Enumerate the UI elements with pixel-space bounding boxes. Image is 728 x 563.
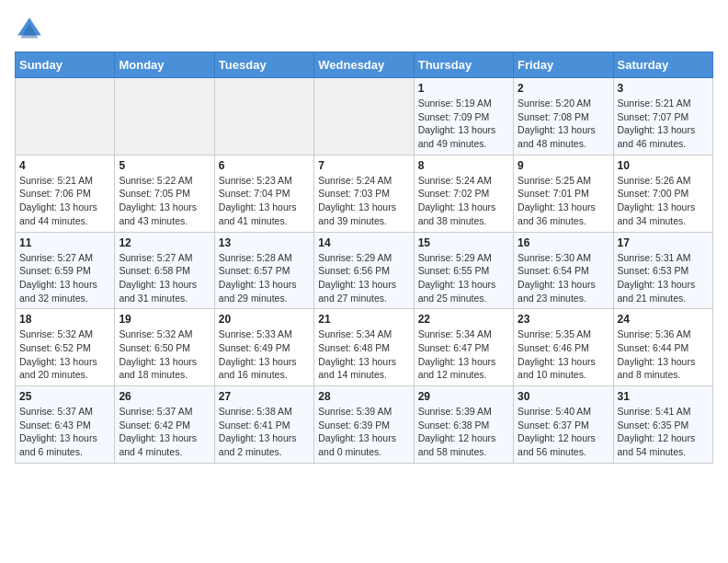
day-number: 24 [618,313,709,326]
calendar-cell: 13Sunrise: 5:28 AMSunset: 6:57 PMDayligh… [214,232,313,309]
day-number: 25 [19,390,110,403]
calendar-week-row: 4Sunrise: 5:21 AMSunset: 7:06 PMDaylight… [16,155,713,232]
header-saturday: Saturday [613,52,712,78]
day-number: 5 [119,159,210,172]
day-number: 8 [418,159,509,172]
day-number: 15 [418,236,509,249]
calendar-cell: 27Sunrise: 5:38 AMSunset: 6:41 PMDayligh… [214,386,313,464]
calendar-cell: 3Sunrise: 5:21 AMSunset: 7:07 PMDaylight… [613,78,712,155]
day-info: Sunrise: 5:21 AMSunset: 7:06 PMDaylight:… [19,174,110,228]
day-number: 29 [418,390,509,403]
calendar-cell: 23Sunrise: 5:35 AMSunset: 6:46 PMDayligh… [514,309,613,386]
day-number: 28 [318,390,409,403]
day-info: Sunrise: 5:41 AMSunset: 6:35 PMDaylight:… [618,405,709,459]
calendar-cell: 21Sunrise: 5:34 AMSunset: 6:48 PMDayligh… [314,309,414,386]
calendar-cell: 26Sunrise: 5:37 AMSunset: 6:42 PMDayligh… [115,386,214,464]
day-info: Sunrise: 5:28 AMSunset: 6:57 PMDaylight:… [219,251,310,305]
calendar-cell: 31Sunrise: 5:41 AMSunset: 6:35 PMDayligh… [613,386,712,464]
day-info: Sunrise: 5:24 AMSunset: 7:02 PMDaylight:… [418,174,509,228]
header-friday: Friday [514,52,613,78]
day-number: 10 [618,159,709,172]
day-info: Sunrise: 5:32 AMSunset: 6:52 PMDaylight:… [19,327,110,382]
calendar-cell: 10Sunrise: 5:26 AMSunset: 7:00 PMDayligh… [613,155,712,232]
calendar-cell: 14Sunrise: 5:29 AMSunset: 6:56 PMDayligh… [314,232,414,309]
day-number: 27 [219,390,310,403]
day-info: Sunrise: 5:27 AMSunset: 6:59 PMDaylight:… [19,251,110,305]
day-info: Sunrise: 5:39 AMSunset: 6:38 PMDaylight:… [418,405,509,459]
calendar-header-row: SundayMondayTuesdayWednesdayThursdayFrid… [16,52,713,78]
day-info: Sunrise: 5:36 AMSunset: 6:44 PMDaylight:… [618,327,709,382]
calendar-cell: 22Sunrise: 5:34 AMSunset: 6:47 PMDayligh… [414,309,513,386]
day-number: 13 [219,236,310,249]
calendar-cell: 24Sunrise: 5:36 AMSunset: 6:44 PMDayligh… [613,309,712,386]
day-number: 4 [19,159,110,172]
calendar-cell: 8Sunrise: 5:24 AMSunset: 7:02 PMDaylight… [414,155,513,232]
day-info: Sunrise: 5:32 AMSunset: 6:50 PMDaylight:… [119,327,210,382]
day-info: Sunrise: 5:33 AMSunset: 6:49 PMDaylight:… [219,327,310,382]
day-number: 14 [318,236,409,249]
calendar-cell: 15Sunrise: 5:29 AMSunset: 6:55 PMDayligh… [414,232,513,309]
header-wednesday: Wednesday [314,52,414,78]
day-info: Sunrise: 5:30 AMSunset: 6:54 PMDaylight:… [518,251,609,305]
calendar-week-row: 18Sunrise: 5:32 AMSunset: 6:52 PMDayligh… [16,309,713,386]
calendar-week-row: 25Sunrise: 5:37 AMSunset: 6:43 PMDayligh… [16,386,713,464]
calendar-cell: 2Sunrise: 5:20 AMSunset: 7:08 PMDaylight… [514,78,613,155]
day-info: Sunrise: 5:25 AMSunset: 7:01 PMDaylight:… [518,174,609,228]
day-info: Sunrise: 5:38 AMSunset: 6:41 PMDaylight:… [219,405,310,459]
day-info: Sunrise: 5:29 AMSunset: 6:56 PMDaylight:… [318,251,409,305]
calendar-cell: 18Sunrise: 5:32 AMSunset: 6:52 PMDayligh… [16,309,115,386]
day-number: 7 [318,159,409,172]
calendar-week-row: 11Sunrise: 5:27 AMSunset: 6:59 PMDayligh… [16,232,713,309]
day-number: 22 [418,313,509,326]
calendar-cell [115,78,214,155]
calendar-cell [16,78,115,155]
calendar-cell: 30Sunrise: 5:40 AMSunset: 6:37 PMDayligh… [514,386,613,464]
day-info: Sunrise: 5:26 AMSunset: 7:00 PMDaylight:… [618,174,709,228]
day-number: 20 [219,313,310,326]
header-sunday: Sunday [16,52,115,78]
calendar-cell: 19Sunrise: 5:32 AMSunset: 6:50 PMDayligh… [115,309,214,386]
calendar-cell: 12Sunrise: 5:27 AMSunset: 6:58 PMDayligh… [115,232,214,309]
logo-icon [15,15,44,44]
day-info: Sunrise: 5:20 AMSunset: 7:08 PMDaylight:… [518,97,609,151]
calendar-cell: 9Sunrise: 5:25 AMSunset: 7:01 PMDaylight… [514,155,613,232]
calendar-cell: 29Sunrise: 5:39 AMSunset: 6:38 PMDayligh… [414,386,513,464]
calendar-cell: 5Sunrise: 5:22 AMSunset: 7:05 PMDaylight… [115,155,214,232]
day-number: 30 [518,390,609,403]
day-number: 19 [119,313,210,326]
header-tuesday: Tuesday [214,52,313,78]
day-info: Sunrise: 5:19 AMSunset: 7:09 PMDaylight:… [418,97,509,151]
calendar-cell: 17Sunrise: 5:31 AMSunset: 6:53 PMDayligh… [613,232,712,309]
day-info: Sunrise: 5:24 AMSunset: 7:03 PMDaylight:… [318,174,409,228]
calendar-cell [314,78,414,155]
day-number: 17 [618,236,709,249]
day-number: 26 [119,390,210,403]
header-thursday: Thursday [414,52,513,78]
day-number: 23 [518,313,609,326]
day-info: Sunrise: 5:21 AMSunset: 7:07 PMDaylight:… [618,97,709,151]
day-info: Sunrise: 5:35 AMSunset: 6:46 PMDaylight:… [518,327,609,382]
calendar-cell: 16Sunrise: 5:30 AMSunset: 6:54 PMDayligh… [514,232,613,309]
day-number: 9 [518,159,609,172]
day-info: Sunrise: 5:34 AMSunset: 6:48 PMDaylight:… [318,327,409,382]
calendar-cell: 7Sunrise: 5:24 AMSunset: 7:03 PMDaylight… [314,155,414,232]
day-info: Sunrise: 5:22 AMSunset: 7:05 PMDaylight:… [119,174,210,228]
day-number: 31 [618,390,709,403]
calendar-cell: 20Sunrise: 5:33 AMSunset: 6:49 PMDayligh… [214,309,313,386]
day-number: 16 [518,236,609,249]
day-number: 1 [418,82,509,95]
day-info: Sunrise: 5:37 AMSunset: 6:42 PMDaylight:… [119,405,210,459]
logo [15,15,48,44]
calendar-cell: 4Sunrise: 5:21 AMSunset: 7:06 PMDaylight… [16,155,115,232]
day-number: 11 [19,236,110,249]
day-info: Sunrise: 5:40 AMSunset: 6:37 PMDaylight:… [518,405,609,459]
day-number: 21 [318,313,409,326]
day-number: 18 [19,313,110,326]
calendar-week-row: 1Sunrise: 5:19 AMSunset: 7:09 PMDaylight… [16,78,713,155]
day-number: 2 [518,82,609,95]
calendar-cell: 1Sunrise: 5:19 AMSunset: 7:09 PMDaylight… [414,78,513,155]
calendar-cell [214,78,313,155]
calendar-cell: 6Sunrise: 5:23 AMSunset: 7:04 PMDaylight… [214,155,313,232]
day-number: 12 [119,236,210,249]
day-info: Sunrise: 5:39 AMSunset: 6:39 PMDaylight:… [318,405,409,459]
